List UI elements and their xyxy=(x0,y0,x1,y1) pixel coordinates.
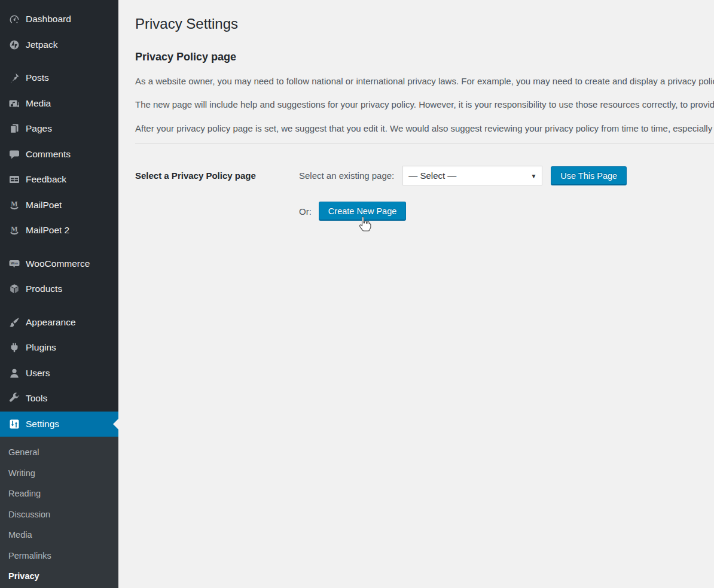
mailpoet-icon: M xyxy=(8,199,20,211)
sidebar-item-label: Settings xyxy=(26,419,59,429)
svg-text:M: M xyxy=(11,225,17,233)
sidebar-item-comments[interactable]: Comments xyxy=(0,142,118,167)
product-box-icon xyxy=(8,283,20,295)
paintbrush-icon xyxy=(8,316,20,328)
sidebar-item-label: Users xyxy=(26,368,50,379)
sidebar-item-label: Media xyxy=(26,98,51,109)
sidebar-item-label: Products xyxy=(26,284,62,294)
settings-submenu-discussion[interactable]: Discussion xyxy=(0,504,118,525)
settings-submenu-reading[interactable]: Reading xyxy=(0,483,118,504)
sidebar-item-label: MailPoet 2 xyxy=(26,225,69,236)
plugin-icon xyxy=(8,342,20,354)
sidebar-item-label: Feedback xyxy=(26,174,66,185)
sidebar-item-settings[interactable]: Settings xyxy=(0,412,118,437)
sidebar-item-users[interactable]: Users xyxy=(0,361,118,386)
sidebar-item-label: Comments xyxy=(26,149,71,160)
dashboard-icon xyxy=(8,13,20,25)
pages-icon xyxy=(8,123,20,135)
settings-submenu: General Writing Reading Discussion Media… xyxy=(0,437,118,588)
sidebar-item-label: Tools xyxy=(26,393,47,404)
sidebar-item-label: Dashboard xyxy=(26,14,71,25)
create-page-row: Or: Create New Page xyxy=(299,202,714,221)
sidebar-item-label: Posts xyxy=(26,72,49,83)
sidebar-item-mailpoet[interactable]: M MailPoet xyxy=(0,193,118,218)
woocommerce-icon: Woo xyxy=(8,258,20,270)
sidebar-item-label: WooCommerce xyxy=(26,258,90,269)
sidebar-item-products[interactable]: Products xyxy=(0,276,118,302)
sidebar-item-label: MailPoet xyxy=(26,200,62,211)
sidebar-item-appearance[interactable]: Appearance xyxy=(0,310,118,336)
menu-separator xyxy=(0,57,118,65)
sidebar-item-label: Jetpack xyxy=(26,39,57,50)
existing-page-label: Select an existing page: xyxy=(299,170,394,181)
sidebar-item-media[interactable]: Media xyxy=(0,91,118,117)
sidebar-item-tools[interactable]: Tools xyxy=(0,386,118,412)
settings-submenu-writing[interactable]: Writing xyxy=(0,463,118,484)
admin-menu: Dashboard Jetpack Posts xyxy=(0,0,118,437)
sidebar-item-woocommerce[interactable]: Woo WooCommerce xyxy=(0,251,118,277)
sidebar-item-jetpack[interactable]: Jetpack xyxy=(0,32,118,58)
new-page-help-paragraph: The new page will include help and sugge… xyxy=(135,98,714,112)
privacy-policy-form: Select a Privacy Policy page Select an e… xyxy=(135,166,714,221)
media-icon xyxy=(8,98,20,109)
active-menu-arrow xyxy=(113,419,118,429)
page-title: Privacy Settings xyxy=(135,14,714,33)
svg-text:M: M xyxy=(11,199,17,208)
feedback-form-icon xyxy=(8,173,20,185)
edit-suggestion-paragraph: After your privacy policy page is set, w… xyxy=(135,122,714,136)
privacy-intro-paragraph: As a website owner, you may need to foll… xyxy=(135,75,714,89)
or-label: Or: xyxy=(299,206,312,217)
pushpin-icon xyxy=(8,72,20,84)
mailpoet-icon: M xyxy=(8,224,20,236)
selected-option-label: — Select — xyxy=(408,170,456,181)
use-this-page-button[interactable]: Use This Page xyxy=(551,166,627,185)
main-content: Privacy Settings Privacy Policy page As … xyxy=(118,0,714,588)
settings-submenu-general[interactable]: General xyxy=(0,442,118,463)
sidebar-item-label: Plugins xyxy=(26,342,56,353)
menu-separator xyxy=(0,243,118,251)
existing-page-row: Select an existing page: — Select — ▼ Us… xyxy=(299,166,714,185)
dropdown-arrow-icon: ▼ xyxy=(530,172,536,179)
comment-bubble-icon xyxy=(8,148,20,160)
svg-text:Woo: Woo xyxy=(11,261,18,265)
sidebar-item-pages[interactable]: Pages xyxy=(0,116,118,142)
user-icon xyxy=(8,367,20,379)
divider xyxy=(135,143,714,144)
wrench-icon xyxy=(8,392,20,404)
sidebar-item-feedback[interactable]: Feedback xyxy=(0,167,118,193)
settings-sliders-icon xyxy=(8,418,20,430)
sidebar-item-plugins[interactable]: Plugins xyxy=(0,335,118,361)
select-policy-page-label: Select a Privacy Policy page xyxy=(135,170,299,181)
sidebar-item-mailpoet-2[interactable]: M MailPoet 2 xyxy=(0,218,118,243)
jetpack-icon xyxy=(8,39,20,51)
sidebar-item-dashboard[interactable]: Dashboard xyxy=(0,7,118,32)
section-heading: Privacy Policy page xyxy=(135,50,714,64)
sidebar-item-posts[interactable]: Posts xyxy=(0,65,118,91)
settings-submenu-media[interactable]: Media xyxy=(0,525,118,546)
settings-submenu-permalinks[interactable]: Permalinks xyxy=(0,546,118,566)
sidebar-item-label: Appearance xyxy=(26,317,76,328)
menu-separator xyxy=(0,302,118,310)
create-new-page-button[interactable]: Create New Page xyxy=(319,202,406,221)
settings-submenu-privacy[interactable]: Privacy xyxy=(0,566,118,587)
sidebar-item-label: Pages xyxy=(26,123,52,134)
admin-sidebar: Dashboard Jetpack Posts xyxy=(0,0,118,588)
existing-page-select[interactable]: — Select — ▼ xyxy=(402,166,542,185)
